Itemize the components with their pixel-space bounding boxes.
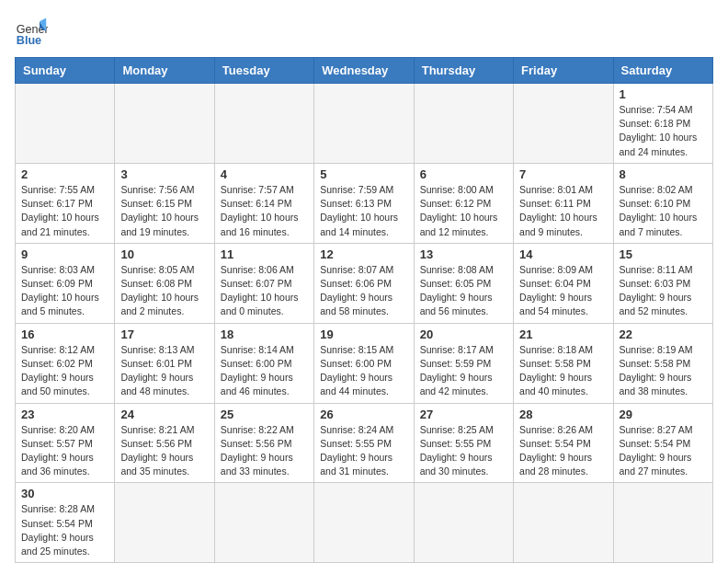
header: General Blue bbox=[15, 15, 713, 48]
col-header-sunday: Sunday bbox=[16, 58, 115, 84]
calendar-cell: 20Sunrise: 8:17 AM Sunset: 5:59 PM Dayli… bbox=[414, 323, 513, 403]
calendar-cell bbox=[115, 483, 214, 563]
calendar-cell bbox=[314, 84, 414, 164]
logo-icon: General Blue bbox=[15, 15, 48, 48]
calendar-cell: 27Sunrise: 8:25 AM Sunset: 5:55 PM Dayli… bbox=[414, 403, 513, 483]
calendar-cell bbox=[514, 84, 613, 164]
day-info: Sunrise: 8:28 AM Sunset: 5:54 PM Dayligh… bbox=[21, 502, 108, 558]
day-info: Sunrise: 7:54 AM Sunset: 6:18 PM Dayligh… bbox=[620, 103, 707, 159]
day-info: Sunrise: 8:01 AM Sunset: 6:11 PM Dayligh… bbox=[519, 183, 607, 239]
calendar-cell: 30Sunrise: 8:28 AM Sunset: 5:54 PM Dayli… bbox=[16, 483, 115, 563]
day-number: 16 bbox=[21, 327, 108, 341]
day-info: Sunrise: 8:08 AM Sunset: 6:05 PM Dayligh… bbox=[420, 263, 507, 319]
calendar-cell: 15Sunrise: 8:11 AM Sunset: 6:03 PM Dayli… bbox=[613, 243, 712, 323]
col-header-saturday: Saturday bbox=[613, 58, 712, 84]
calendar-cell bbox=[314, 483, 414, 563]
calendar-cell: 21Sunrise: 8:18 AM Sunset: 5:58 PM Dayli… bbox=[514, 323, 613, 403]
day-number: 22 bbox=[620, 327, 707, 341]
day-info: Sunrise: 8:20 AM Sunset: 5:57 PM Dayligh… bbox=[21, 423, 108, 479]
day-info: Sunrise: 8:12 AM Sunset: 6:02 PM Dayligh… bbox=[21, 343, 108, 399]
day-number: 1 bbox=[620, 87, 707, 101]
day-number: 4 bbox=[221, 167, 308, 181]
svg-text:Blue: Blue bbox=[17, 34, 41, 47]
calendar-week-row: 23Sunrise: 8:20 AM Sunset: 5:57 PM Dayli… bbox=[16, 403, 713, 483]
day-info: Sunrise: 8:00 AM Sunset: 6:12 PM Dayligh… bbox=[420, 183, 507, 239]
calendar-cell: 23Sunrise: 8:20 AM Sunset: 5:57 PM Dayli… bbox=[16, 403, 115, 483]
day-number: 11 bbox=[221, 247, 308, 261]
day-number: 29 bbox=[620, 408, 707, 421]
day-number: 8 bbox=[620, 167, 707, 181]
day-number: 13 bbox=[420, 247, 507, 261]
calendar-cell: 13Sunrise: 8:08 AM Sunset: 6:05 PM Dayli… bbox=[414, 243, 513, 323]
col-header-wednesday: Wednesday bbox=[314, 58, 414, 84]
day-info: Sunrise: 8:07 AM Sunset: 6:06 PM Dayligh… bbox=[320, 263, 407, 319]
calendar-cell bbox=[115, 84, 214, 164]
calendar-cell: 24Sunrise: 8:21 AM Sunset: 5:56 PM Dayli… bbox=[115, 403, 214, 483]
day-info: Sunrise: 8:13 AM Sunset: 6:01 PM Dayligh… bbox=[120, 343, 208, 399]
day-info: Sunrise: 8:22 AM Sunset: 5:56 PM Dayligh… bbox=[221, 423, 308, 479]
col-header-friday: Friday bbox=[514, 58, 613, 84]
calendar-cell bbox=[414, 84, 513, 164]
day-number: 28 bbox=[519, 408, 607, 421]
day-info: Sunrise: 7:57 AM Sunset: 6:14 PM Dayligh… bbox=[221, 183, 308, 239]
day-number: 7 bbox=[519, 167, 607, 181]
day-info: Sunrise: 8:24 AM Sunset: 5:55 PM Dayligh… bbox=[320, 423, 407, 479]
calendar-week-row: 16Sunrise: 8:12 AM Sunset: 6:02 PM Dayli… bbox=[16, 323, 713, 403]
day-number: 25 bbox=[221, 408, 308, 421]
calendar-cell: 22Sunrise: 8:19 AM Sunset: 5:58 PM Dayli… bbox=[613, 323, 712, 403]
calendar-cell: 12Sunrise: 8:07 AM Sunset: 6:06 PM Dayli… bbox=[314, 243, 414, 323]
calendar-cell: 11Sunrise: 8:06 AM Sunset: 6:07 PM Dayli… bbox=[214, 243, 313, 323]
calendar-cell: 25Sunrise: 8:22 AM Sunset: 5:56 PM Dayli… bbox=[214, 403, 313, 483]
calendar-cell: 9Sunrise: 8:03 AM Sunset: 6:09 PM Daylig… bbox=[16, 243, 115, 323]
calendar-cell: 17Sunrise: 8:13 AM Sunset: 6:01 PM Dayli… bbox=[115, 323, 214, 403]
col-header-tuesday: Tuesday bbox=[214, 58, 313, 84]
calendar-cell: 19Sunrise: 8:15 AM Sunset: 6:00 PM Dayli… bbox=[314, 323, 414, 403]
day-info: Sunrise: 8:18 AM Sunset: 5:58 PM Dayligh… bbox=[519, 343, 607, 399]
day-number: 17 bbox=[120, 327, 208, 341]
day-info: Sunrise: 8:25 AM Sunset: 5:55 PM Dayligh… bbox=[420, 423, 507, 479]
calendar-cell: 5Sunrise: 7:59 AM Sunset: 6:13 PM Daylig… bbox=[314, 163, 414, 243]
calendar-cell: 18Sunrise: 8:14 AM Sunset: 6:00 PM Dayli… bbox=[214, 323, 313, 403]
day-info: Sunrise: 8:26 AM Sunset: 5:54 PM Dayligh… bbox=[519, 423, 607, 479]
calendar-cell bbox=[16, 84, 115, 164]
day-info: Sunrise: 8:17 AM Sunset: 5:59 PM Dayligh… bbox=[420, 343, 507, 399]
day-number: 27 bbox=[420, 408, 507, 421]
day-info: Sunrise: 8:09 AM Sunset: 6:04 PM Dayligh… bbox=[519, 263, 607, 319]
day-number: 26 bbox=[320, 408, 407, 421]
calendar-cell bbox=[514, 483, 613, 563]
day-number: 20 bbox=[420, 327, 507, 341]
calendar-cell: 4Sunrise: 7:57 AM Sunset: 6:14 PM Daylig… bbox=[214, 163, 313, 243]
logo: General Blue bbox=[15, 15, 51, 48]
calendar-cell: 14Sunrise: 8:09 AM Sunset: 6:04 PM Dayli… bbox=[514, 243, 613, 323]
calendar-header-row: SundayMondayTuesdayWednesdayThursdayFrid… bbox=[16, 58, 713, 84]
calendar-cell: 2Sunrise: 7:55 AM Sunset: 6:17 PM Daylig… bbox=[16, 163, 115, 243]
day-number: 24 bbox=[120, 408, 208, 421]
day-number: 3 bbox=[120, 167, 208, 181]
day-number: 6 bbox=[420, 167, 507, 181]
calendar-cell: 7Sunrise: 8:01 AM Sunset: 6:11 PM Daylig… bbox=[514, 163, 613, 243]
calendar-cell: 16Sunrise: 8:12 AM Sunset: 6:02 PM Dayli… bbox=[16, 323, 115, 403]
calendar-cell bbox=[613, 483, 712, 563]
day-info: Sunrise: 8:11 AM Sunset: 6:03 PM Dayligh… bbox=[620, 263, 707, 319]
calendar-week-row: 1Sunrise: 7:54 AM Sunset: 6:18 PM Daylig… bbox=[16, 84, 713, 164]
day-number: 5 bbox=[320, 167, 407, 181]
day-info: Sunrise: 8:15 AM Sunset: 6:00 PM Dayligh… bbox=[320, 343, 407, 399]
day-info: Sunrise: 8:06 AM Sunset: 6:07 PM Dayligh… bbox=[221, 263, 308, 319]
calendar-cell: 6Sunrise: 8:00 AM Sunset: 6:12 PM Daylig… bbox=[414, 163, 513, 243]
day-info: Sunrise: 8:27 AM Sunset: 5:54 PM Dayligh… bbox=[620, 423, 707, 479]
day-number: 21 bbox=[519, 327, 607, 341]
calendar: SundayMondayTuesdayWednesdayThursdayFrid… bbox=[15, 57, 713, 563]
col-header-monday: Monday bbox=[115, 58, 214, 84]
day-number: 10 bbox=[120, 247, 208, 261]
day-number: 19 bbox=[320, 327, 407, 341]
calendar-cell: 28Sunrise: 8:26 AM Sunset: 5:54 PM Dayli… bbox=[514, 403, 613, 483]
calendar-cell bbox=[214, 84, 313, 164]
day-info: Sunrise: 8:19 AM Sunset: 5:58 PM Dayligh… bbox=[620, 343, 707, 399]
col-header-thursday: Thursday bbox=[414, 58, 513, 84]
calendar-cell bbox=[214, 483, 313, 563]
calendar-cell: 26Sunrise: 8:24 AM Sunset: 5:55 PM Dayli… bbox=[314, 403, 414, 483]
day-info: Sunrise: 8:21 AM Sunset: 5:56 PM Dayligh… bbox=[120, 423, 208, 479]
day-number: 18 bbox=[221, 327, 308, 341]
calendar-cell bbox=[414, 483, 513, 563]
day-info: Sunrise: 8:03 AM Sunset: 6:09 PM Dayligh… bbox=[21, 263, 108, 319]
